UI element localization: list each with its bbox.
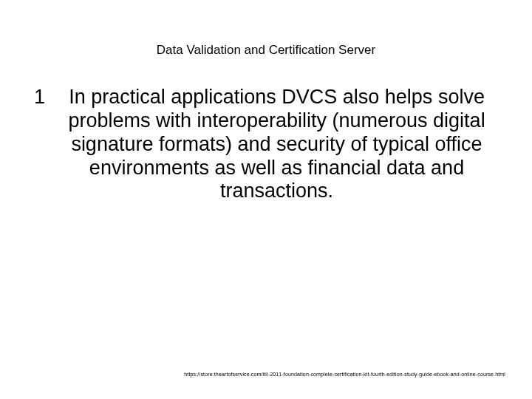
bullet-marker: 1 xyxy=(34,86,45,109)
body-text: In practical applications DVCS also help… xyxy=(51,86,502,203)
slide: Data Validation and Certification Server… xyxy=(0,0,532,399)
body-block: 1 In practical applications DVCS also he… xyxy=(30,86,502,203)
slide-title: Data Validation and Certification Server xyxy=(30,43,502,58)
footer-link[interactable]: https://store.theartofservice.com/itil-2… xyxy=(184,372,505,377)
